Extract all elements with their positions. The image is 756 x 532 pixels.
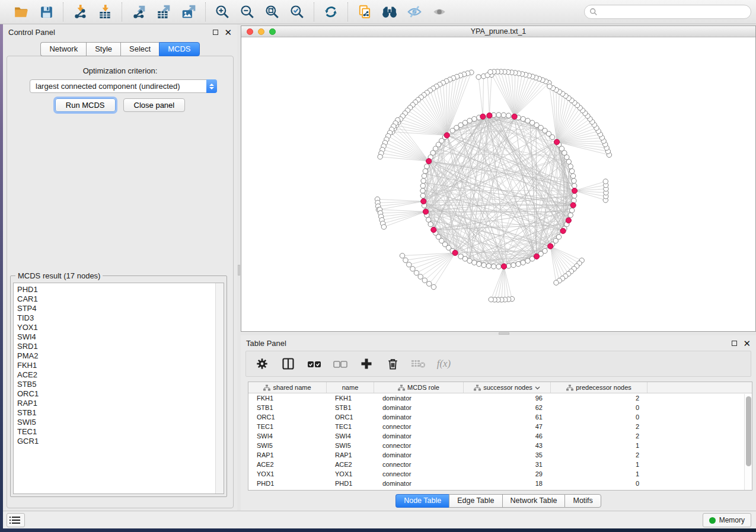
result-node-item[interactable]: CAR1 [17, 294, 39, 304]
float-table-panel-icon[interactable] [732, 341, 737, 346]
cell-predecessor-nodes: 2 [551, 423, 647, 430]
fx-icon: f(x) [436, 356, 454, 371]
table-row[interactable]: SWI4SWI4dominator462 [248, 431, 752, 441]
tab-edge-table[interactable]: Edge Table [449, 494, 502, 508]
save-session-button[interactable] [34, 2, 59, 21]
column-header-successor-nodes[interactable]: successor nodes [464, 382, 551, 393]
import-table-icon [97, 4, 113, 20]
tab-select[interactable]: Select [120, 42, 159, 56]
export-image-icon [181, 4, 196, 20]
zoom-out-button[interactable] [235, 2, 260, 21]
zoom-in-button[interactable] [210, 2, 235, 21]
float-window-icon[interactable] [213, 30, 218, 35]
tab-mcds[interactable]: MCDS [159, 42, 199, 56]
tab-network-table[interactable]: Network Table [502, 494, 565, 508]
close-table-panel-icon[interactable]: ✕ [743, 341, 751, 346]
search-input[interactable] [598, 7, 746, 17]
column-header-shared-name[interactable]: shared name [248, 382, 327, 393]
table-row[interactable]: TEC1TEC1connector472 [248, 422, 752, 431]
import-network-button[interactable] [68, 2, 92, 21]
table-scrollbar-thumb[interactable] [746, 396, 751, 466]
tab-network[interactable]: Network [40, 42, 86, 56]
show-all-button[interactable] [427, 2, 452, 21]
tab-node-table[interactable]: Node Table [395, 494, 449, 508]
result-node-item[interactable]: STB5 [17, 380, 39, 389]
result-node-item[interactable]: TEC1 [17, 427, 39, 437]
refresh-view-button[interactable] [318, 2, 343, 21]
result-node-item[interactable]: TID3 [17, 313, 39, 323]
result-node-item[interactable]: PMA2 [17, 351, 39, 361]
hide-selected-button[interactable] [402, 2, 427, 21]
table-row[interactable]: RAP1RAP1dominator352 [248, 450, 752, 460]
result-node-item[interactable]: SRD1 [17, 342, 39, 351]
search-network-button[interactable] [377, 2, 402, 21]
shared-column-icon [474, 384, 481, 391]
export-image-button[interactable] [176, 2, 201, 21]
table-row[interactable]: YOX1YOX1connector291 [248, 469, 752, 479]
binoculars-icon [381, 4, 398, 20]
result-node-item[interactable]: ORC1 [17, 389, 39, 399]
table-settings-button[interactable] [253, 355, 271, 373]
network-window-title: YPA_prune.txt_1 [241, 27, 755, 36]
table-row[interactable]: ORC1ORC1dominator610 [248, 412, 752, 422]
run-mcds-button[interactable]: Run MCDS [55, 98, 116, 112]
add-column-button[interactable] [358, 355, 375, 373]
plus-icon [359, 357, 374, 371]
open-folder-icon [14, 4, 29, 20]
frames-list-button[interactable] [7, 513, 25, 527]
result-node-item[interactable]: RAP1 [17, 399, 39, 408]
optimization-criterion-label: Optimization criterion: [7, 66, 233, 75]
main-toolbar [0, 0, 756, 24]
result-node-item[interactable]: SWI5 [17, 418, 39, 427]
column-header-name[interactable]: name [327, 382, 374, 393]
table-row[interactable]: FKH1FKH1dominator962 [248, 393, 752, 403]
table-scrollbar[interactable] [744, 394, 752, 490]
result-node-item[interactable]: ACE2 [17, 370, 39, 380]
result-node-item[interactable]: STP4 [17, 304, 39, 313]
mcds-result-list[interactable]: PHD1CAR1STP4TID3YOX1SWI4SRD1PMA2FKH1ACE2… [13, 283, 224, 494]
result-node-item[interactable]: PHD1 [17, 285, 39, 294]
search-box[interactable] [584, 5, 751, 19]
result-list-scrollbar[interactable] [215, 283, 224, 493]
result-node-item[interactable]: GCR1 [17, 437, 39, 446]
criterion-select[interactable]: largest connected component (undirected) [30, 79, 217, 93]
zoom-in-icon [215, 4, 230, 20]
cell-successor-nodes: 29 [464, 470, 551, 477]
export-table-button[interactable] [151, 2, 176, 21]
table-row[interactable]: PHD1PHD1dominator180 [248, 479, 752, 488]
open-file-button[interactable] [9, 2, 34, 21]
cell-shared-name: ORC1 [248, 414, 327, 421]
mcds-result-title: MCDS result (17 nodes) [15, 271, 103, 280]
share-document-button[interactable] [352, 2, 377, 21]
result-node-item[interactable]: SWI4 [17, 332, 39, 342]
memory-button[interactable]: Memory [703, 513, 751, 527]
select-all-button[interactable] [305, 355, 323, 373]
column-header-predecessor-nodes[interactable]: predecessor nodes [551, 382, 647, 393]
zoom-fit-button[interactable] [260, 2, 285, 21]
result-node-item[interactable]: FKH1 [17, 361, 39, 370]
network-window-titlebar[interactable]: YPA_prune.txt_1 [241, 26, 755, 37]
toolbar-group-export [122, 2, 205, 21]
export-network-button[interactable] [126, 2, 151, 21]
column-header-mcds-role[interactable]: MCDS role [374, 382, 464, 393]
close-panel-button[interactable]: Close panel [123, 98, 186, 112]
result-node-item[interactable]: STB1 [17, 408, 39, 418]
table-row[interactable]: STB1STB1dominator620 [248, 403, 752, 412]
tab-motifs[interactable]: Motifs [564, 494, 601, 508]
network-canvas[interactable] [241, 37, 755, 331]
column-layout-button[interactable] [279, 355, 297, 373]
cell-shared-name: RAP1 [248, 451, 327, 459]
cell-predecessor-nodes: 2 [551, 451, 647, 459]
close-panel-icon[interactable]: ✕ [224, 30, 232, 35]
import-table-button[interactable] [92, 2, 117, 21]
delete-column-button[interactable] [384, 355, 401, 373]
result-node-item[interactable]: YOX1 [17, 323, 39, 332]
tab-style[interactable]: Style [86, 42, 120, 56]
table-row[interactable]: ACE2ACE2connector311 [248, 460, 752, 469]
cell-shared-name: SWI5 [248, 442, 327, 449]
control-panel-tabs: NetworkStyleSelectMCDS [3, 42, 237, 56]
zoom-selected-button[interactable] [285, 2, 310, 21]
table-row[interactable]: SWI5SWI5connector431 [248, 441, 752, 450]
deselect-all-button[interactable] [331, 355, 349, 373]
column-label: successor nodes [483, 384, 532, 391]
